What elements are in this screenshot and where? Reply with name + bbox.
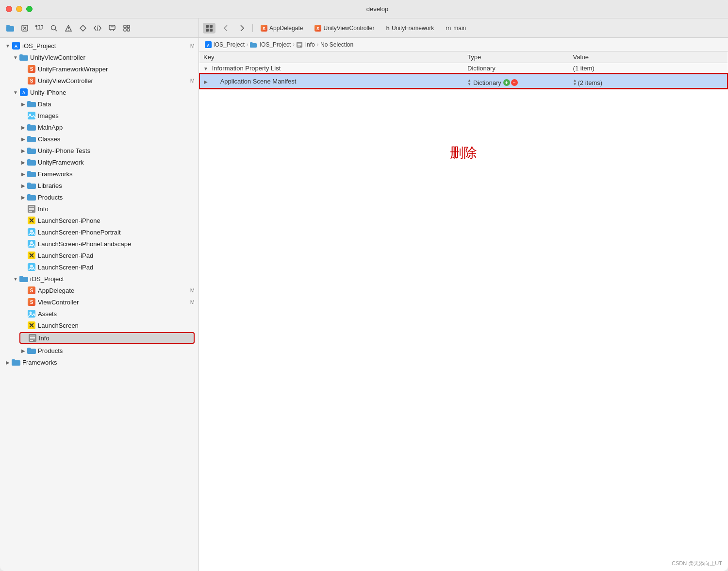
sidebar-item-unity-iphone[interactable]: A Unity-iPhone bbox=[0, 86, 199, 98]
plist-row-app-scene-manifest[interactable]: ▶ Application Scene Manifest ▲ ▼ Diction… bbox=[199, 74, 728, 88]
svg-line-19 bbox=[97, 25, 98, 31]
sidebar-item-info-2-container: Info bbox=[0, 331, 199, 345]
sidebar-item-frameworks-bottom[interactable]: Frameworks bbox=[0, 356, 199, 368]
back-button[interactable] bbox=[219, 23, 232, 34]
grid-icon[interactable] bbox=[120, 23, 133, 34]
sidebar-item-classes[interactable]: Classes bbox=[0, 133, 199, 145]
sidebar-item-libraries[interactable]: Libraries bbox=[0, 180, 199, 191]
row-expand-arrow: ▼ bbox=[203, 66, 210, 71]
sidebar-item-launchscreen-portrait[interactable]: LaunchScreen-iPhonePortrait bbox=[0, 226, 199, 238]
column-header-key: Key bbox=[199, 51, 463, 63]
sidebar-item-launchscreen-ipad[interactable]: LaunchScreen-iPad bbox=[0, 261, 199, 273]
sidebar-item-info-1[interactable]: Info bbox=[0, 203, 199, 215]
sidebar-tree: A iOS_Project M UnityViewController bbox=[0, 38, 199, 571]
sidebar-item-launchscreen-ipad-xmark[interactable]: LaunchScreen-iPad bbox=[0, 250, 199, 261]
sidebar-item-ios-project-sub[interactable]: iOS_Project bbox=[0, 273, 199, 285]
launch-icon bbox=[27, 239, 36, 248]
maximize-button[interactable] bbox=[26, 6, 33, 12]
svg-point-17 bbox=[68, 30, 69, 31]
sidebar-item-unity-tests[interactable]: Unity-iPhone Tests bbox=[0, 145, 199, 156]
sidebar-item-products-2[interactable]: Products bbox=[0, 345, 199, 356]
folder-icon[interactable] bbox=[4, 23, 17, 34]
sidebar-item-launchscreen-landscape[interactable]: LaunchScreen-iPhoneLandscape bbox=[0, 238, 199, 250]
folder-icon bbox=[27, 169, 36, 178]
expand-arrow bbox=[19, 135, 27, 143]
folder-icon bbox=[27, 134, 36, 143]
svg-line-22 bbox=[113, 30, 114, 31]
svg-rect-28 bbox=[127, 29, 130, 31]
svg-text:A: A bbox=[22, 90, 26, 95]
badge-m: M bbox=[190, 78, 195, 84]
tab-main[interactable]: m̄ main bbox=[442, 21, 470, 35]
sidebar-item-unity-framework-wrapper[interactable]: S UnityFrameworkWrapper bbox=[0, 63, 199, 75]
svg-rect-5 bbox=[35, 25, 37, 27]
svg-rect-72 bbox=[206, 29, 209, 32]
folder-icon bbox=[27, 100, 36, 108]
tab-unity-view-controller[interactable]: S UnityViewController bbox=[311, 21, 378, 35]
sidebar-item-label: Data bbox=[38, 101, 199, 108]
bubble-icon[interactable] bbox=[106, 23, 118, 34]
xmark-icon bbox=[27, 321, 36, 330]
main-window: develop bbox=[0, 0, 728, 571]
tab-app-delegate[interactable]: S AppDelegate bbox=[257, 21, 307, 35]
expand-arrow bbox=[19, 100, 27, 108]
expand-arrow bbox=[12, 53, 19, 61]
sidebar-item-label: Products bbox=[38, 194, 199, 201]
tab-label: UnityFramework bbox=[392, 25, 434, 32]
plist-icon bbox=[28, 334, 37, 342]
folder-icon bbox=[27, 346, 36, 355]
sidebar-item-launchscreen-iphone[interactable]: LaunchScreen-iPhone bbox=[0, 215, 199, 226]
sidebar-item-unity-view-controller-file[interactable]: S UnityViewController M bbox=[0, 75, 199, 86]
close-button[interactable] bbox=[6, 6, 12, 12]
minimize-button[interactable] bbox=[16, 6, 22, 12]
sidebar-item-frameworks[interactable]: Frameworks bbox=[0, 168, 199, 180]
breadcrumb-icon-plist bbox=[297, 41, 303, 48]
tab-unity-framework[interactable]: h UnityFramework bbox=[382, 21, 438, 35]
sidebar-item-label: Libraries bbox=[38, 182, 199, 189]
images-icon bbox=[27, 111, 36, 120]
sidebar-toolbar bbox=[0, 18, 199, 38]
plist-row-info-property-list[interactable]: ▼ Information Property List Dictionary (… bbox=[199, 63, 728, 74]
svg-point-48 bbox=[30, 230, 33, 233]
tab-label: UnityViewController bbox=[323, 25, 374, 32]
svg-text:S: S bbox=[263, 26, 265, 31]
remove-row-button[interactable]: − bbox=[511, 79, 518, 86]
diamond-icon[interactable] bbox=[77, 23, 89, 34]
search-icon[interactable] bbox=[48, 23, 60, 34]
sidebar-item-app-delegate[interactable]: S AppDelegate M bbox=[0, 285, 199, 296]
warning-icon[interactable] bbox=[62, 23, 75, 34]
stop-icon[interactable] bbox=[18, 23, 31, 34]
sidebar-item-unity-framework[interactable]: UnityFramework bbox=[0, 156, 199, 168]
sidebar-item-label: Frameworks bbox=[22, 359, 199, 366]
svg-rect-20 bbox=[109, 25, 115, 30]
svg-text:S: S bbox=[30, 67, 33, 72]
sidebar-item-label: Assets bbox=[38, 310, 199, 318]
sidebar-item-main-app[interactable]: MainApp bbox=[0, 121, 199, 133]
chinese-delete-label: 删除 bbox=[450, 144, 477, 162]
sidebar-item-view-controller[interactable]: S ViewController M bbox=[0, 296, 199, 308]
sidebar-item-assets[interactable]: Assets bbox=[0, 308, 199, 319]
forward-button[interactable] bbox=[236, 23, 248, 34]
sidebar-item-label: UnityViewController bbox=[38, 77, 190, 84]
add-row-button[interactable]: + bbox=[503, 79, 510, 86]
sidebar-item-data[interactable]: Data bbox=[0, 98, 199, 110]
sidebar-item-products-1[interactable]: Products bbox=[0, 191, 199, 203]
grid-view-button[interactable] bbox=[203, 23, 215, 34]
sidebar-item-ios-project-root[interactable]: A iOS_Project M bbox=[0, 40, 199, 51]
sidebar-item-unity-view-controller[interactable]: UnityViewController bbox=[0, 51, 199, 63]
sidebar-item-label: AppDelegate bbox=[38, 287, 190, 294]
breadcrumb-icon-ios-project: A bbox=[205, 41, 212, 48]
sidebar-item-launchscreen[interactable]: LaunchScreen bbox=[0, 319, 199, 331]
plist-key: Information Property List bbox=[212, 65, 281, 72]
sidebar-item-images[interactable]: Images bbox=[0, 110, 199, 121]
sidebar-item-label: Unity-iPhone Tests bbox=[38, 147, 199, 154]
expand-arrow bbox=[12, 275, 19, 283]
hierarchy-icon[interactable] bbox=[33, 23, 46, 34]
right-panel: S AppDelegate S UnityViewController h Un… bbox=[199, 18, 728, 571]
sidebar-item-info-2[interactable]: Info bbox=[19, 332, 195, 344]
svg-text:A: A bbox=[207, 43, 209, 47]
code-icon[interactable] bbox=[91, 23, 104, 34]
breadcrumb-sep-1: › bbox=[247, 42, 248, 47]
svg-rect-73 bbox=[210, 29, 213, 32]
sidebar-item-label: MainApp bbox=[38, 124, 199, 131]
